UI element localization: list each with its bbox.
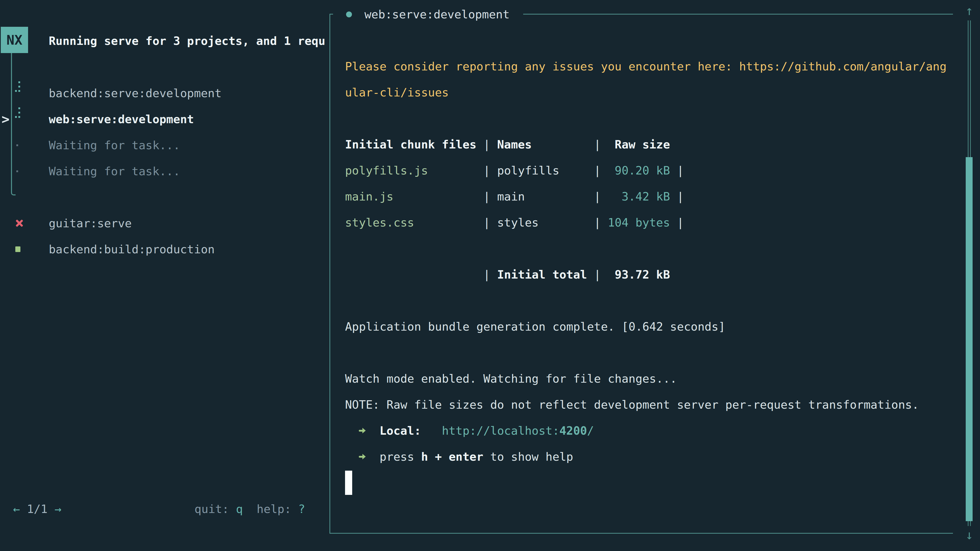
table-row: polyfills.js|polyfills|90.20 kB| (345, 157, 953, 183)
task-label-selected: web:serve:development (49, 113, 194, 126)
page-indicator: 1/1 (27, 502, 48, 516)
help-key: ? (298, 502, 305, 516)
pending-dot-icon (15, 132, 23, 158)
task-row-web-serve[interactable]: web:serve:development (0, 106, 329, 132)
quit-label: quit: (194, 502, 229, 516)
help-label: help: (257, 502, 291, 516)
scrollbar-thumb[interactable] (966, 157, 973, 521)
task-row-waiting-2[interactable]: Waiting for task... (0, 158, 329, 184)
panel-border-bottom (329, 533, 953, 534)
chunk-size: 90.20 kB (601, 164, 670, 177)
sidebar-title: Running serve for 3 projects, and 1 requ (49, 28, 329, 54)
issues-notice-line1: Please consider reporting any issues you… (345, 53, 953, 79)
spinner-icon (15, 80, 23, 106)
panel-border-top (523, 14, 953, 14)
nx-tui-screen: NX Running serve for 3 projects, and 1 r… (0, 0, 980, 551)
failed-x-icon (15, 210, 23, 236)
page-prev-arrow[interactable]: ← (13, 502, 20, 516)
help-hint-suffix: to show help (490, 450, 573, 464)
task-label: backend:serve:development (49, 86, 221, 100)
local-url[interactable]: http://localhost:4200/ (442, 424, 594, 437)
panel-title: web:serve:development (364, 1, 510, 27)
task-label: Waiting for task... (49, 165, 180, 178)
task-label: guitar:serve (49, 217, 132, 230)
sidebar-bottom-bar: ← 1/1 → quit: q help: ? (0, 496, 329, 522)
terminal-cursor-line (345, 470, 953, 495)
prompt-arrow-icon (359, 425, 366, 437)
chunk-file: polyfills.js (345, 164, 484, 177)
chunk-size: 3.42 kB (601, 190, 670, 203)
chunk-name: polyfills (497, 164, 594, 177)
table-row: styles.css|styles|104 bytes| (345, 210, 953, 235)
local-label: Local: (380, 424, 421, 437)
task-row-backend-build[interactable]: backend:build:production (0, 236, 329, 262)
local-url-line: Local:http://localhost:4200/ (345, 418, 953, 444)
shortcut-hints: quit: q help: ? (194, 502, 305, 516)
help-hint-prefix: press (380, 450, 414, 464)
total-size: 93.72 kB (601, 268, 670, 281)
running-status-dot-icon (346, 11, 352, 17)
help-hint-line: pressh + enterto show help (345, 444, 953, 470)
col-header-files: Initial chunk files (345, 138, 484, 151)
watch-mode-message: Watch mode enabled. Watching for file ch… (345, 365, 953, 392)
col-header-names: Names (497, 138, 594, 151)
page-next-arrow[interactable]: → (55, 502, 62, 516)
total-label: Initial total (497, 268, 594, 281)
task-row-guitar-serve[interactable]: guitar:serve (0, 210, 329, 236)
panel-border-left (329, 14, 330, 534)
task-row-waiting-1[interactable]: Waiting for task... (0, 132, 329, 158)
chunk-file: main.js (345, 190, 484, 203)
task-label: Waiting for task... (49, 138, 180, 152)
chunk-name: styles (497, 216, 594, 229)
task-label: backend:build:production (49, 243, 215, 256)
bundle-complete-message: Application bundle generation complete. … (345, 313, 953, 340)
nx-logo: NX (1, 27, 28, 53)
col-header-rawsize: Raw size (601, 138, 670, 151)
help-hint-keys: h + enter (421, 450, 484, 464)
chunk-size: 104 bytes (601, 216, 670, 229)
spinner-icon (15, 106, 23, 132)
table-row: main.js|main|3.42 kB| (345, 183, 953, 210)
issues-notice-line2: ular-cli/issues (345, 79, 953, 105)
prompt-arrow-icon (359, 451, 366, 462)
terminal-cursor (345, 471, 352, 495)
pagination: ← 1/1 → (13, 502, 62, 516)
chunk-name: main (497, 190, 594, 203)
chunk-file: styles.css (345, 216, 484, 229)
pending-dot-icon (15, 158, 23, 184)
quit-key: q (236, 502, 243, 516)
scroll-up-arrow-icon[interactable]: ↑ (962, 2, 977, 20)
chunk-table-header: Initial chunk files|Names|Raw size (345, 131, 953, 157)
table-total-row: |Initial total|93.72 kB (345, 262, 953, 287)
note-message: NOTE: Raw file sizes do not reflect deve… (345, 392, 953, 418)
task-row-backend-serve[interactable]: backend:serve:development (0, 80, 329, 106)
scroll-down-arrow-icon[interactable]: ↓ (962, 526, 977, 544)
success-square-icon (15, 236, 23, 262)
